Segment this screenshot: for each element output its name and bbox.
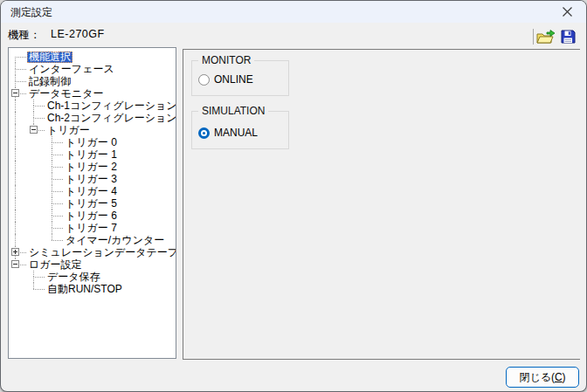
- tree-item[interactable]: Ch-2コンフィグレーション: [9, 112, 176, 124]
- tree-guide: [27, 136, 45, 148]
- tree-item[interactable]: タイマー/カウンター: [9, 234, 176, 246]
- manual-radio-row[interactable]: MANUAL: [198, 127, 258, 139]
- tree-guide: [9, 197, 27, 210]
- tree-item-label[interactable]: シミュレーションデータテーブル: [27, 247, 176, 258]
- tree-guide: [27, 112, 45, 124]
- tree-view[interactable]: 機能選択インターフェース記録制御データモニターCh-1コンフィグレーションCh-…: [8, 47, 176, 359]
- tree-item-label[interactable]: 記録制御: [27, 76, 73, 87]
- save-file-button[interactable]: [561, 30, 576, 44]
- tree-item[interactable]: トリガー 3: [9, 173, 176, 185]
- tree-item[interactable]: 自動RUN/STOP: [9, 283, 176, 295]
- tree-item[interactable]: 機能選択: [9, 51, 176, 63]
- tree-item[interactable]: インターフェース: [9, 63, 176, 75]
- dialog-title: 測定設定: [10, 5, 52, 20]
- tree-guide: [27, 124, 45, 136]
- tree-guide: [9, 51, 27, 63]
- tree-item-label[interactable]: インターフェース: [27, 64, 116, 75]
- tree-guide: [9, 210, 27, 222]
- tree-guide: [45, 197, 64, 210]
- tree-guide: [27, 283, 45, 295]
- tree-item-label[interactable]: Ch-2コンフィグレーション: [45, 113, 176, 124]
- tree-guide: [45, 234, 64, 246]
- tree-guide: [27, 222, 45, 234]
- tree-item-label[interactable]: トリガー 1: [64, 149, 119, 161]
- tree-expand-plus-icon[interactable]: [11, 248, 19, 256]
- manual-radio-label[interactable]: MANUAL: [214, 127, 258, 139]
- online-radio-row[interactable]: ONLINE: [198, 73, 253, 86]
- tree-guide: [27, 185, 45, 197]
- tree-guide: [9, 161, 27, 173]
- tree-item[interactable]: トリガー 2: [9, 161, 176, 173]
- tree-item[interactable]: トリガー 5: [9, 197, 176, 210]
- tree-guide: [9, 87, 27, 100]
- tree-guide: [27, 173, 45, 185]
- tree-item[interactable]: データ保存: [9, 271, 176, 283]
- tree-guide: [45, 161, 64, 173]
- monitor-group-label: MONITOR: [198, 54, 254, 66]
- tree-item[interactable]: シミュレーションデータテーブル: [9, 246, 176, 258]
- tree-item[interactable]: ロガー設定: [9, 258, 176, 271]
- tree-item-label[interactable]: データモニター: [27, 88, 105, 100]
- tree-item-label[interactable]: トリガー 2: [64, 162, 119, 173]
- online-radio-label[interactable]: ONLINE: [214, 73, 253, 86]
- close-icon: [562, 6, 573, 17]
- tree-item-label[interactable]: ロガー設定: [27, 259, 84, 271]
- tree-item-label[interactable]: トリガー: [45, 125, 92, 136]
- floppy-disk-icon: [561, 30, 576, 44]
- tree-item-label[interactable]: データ保存: [45, 272, 102, 283]
- tree-item-label[interactable]: 機能選択: [27, 52, 73, 63]
- tree-collapse-minus-icon[interactable]: [11, 260, 19, 268]
- tree-item[interactable]: データモニター: [9, 87, 176, 100]
- tree-item-label[interactable]: トリガー 6: [64, 210, 119, 222]
- tree-guide: [9, 283, 27, 295]
- model-label: 機種：: [8, 28, 41, 43]
- tree-item[interactable]: トリガー 1: [9, 148, 176, 161]
- simulation-group-label: SIMULATION: [198, 105, 268, 117]
- tree-guide: [27, 148, 45, 161]
- tree-item-label[interactable]: トリガー 3: [64, 174, 119, 185]
- close-window-button[interactable]: [553, 3, 581, 21]
- tree-guide: [27, 234, 45, 246]
- online-radio-button[interactable]: [198, 74, 210, 86]
- tree-guide: [9, 258, 27, 271]
- tree-item-label[interactable]: トリガー 4: [64, 186, 119, 197]
- tree-item[interactable]: トリガー 0: [9, 136, 176, 148]
- tree-guide: [45, 173, 64, 185]
- tree-item[interactable]: トリガー: [9, 124, 176, 136]
- toolbar-divider: [533, 29, 534, 45]
- tree-item[interactable]: トリガー 4: [9, 185, 176, 197]
- tree-item-label[interactable]: トリガー 0: [64, 137, 119, 148]
- tree-guide: [27, 271, 45, 283]
- open-folder-icon: [536, 29, 556, 45]
- close-dialog-button[interactable]: 閉じる(C): [506, 367, 579, 388]
- tree-item[interactable]: Ch-1コンフィグレーション: [9, 100, 176, 112]
- manual-radio-button[interactable]: [198, 127, 210, 139]
- tree-item-label[interactable]: トリガー 7: [64, 223, 119, 234]
- tree-guide: [9, 100, 27, 112]
- tree-guide: [27, 197, 45, 210]
- tree-guide: [45, 185, 64, 197]
- tree-item-label[interactable]: Ch-1コンフィグレーション: [45, 100, 176, 112]
- tree-guide: [9, 234, 27, 246]
- tree-item-label[interactable]: 自動RUN/STOP: [45, 284, 124, 295]
- tree-guide: [27, 210, 45, 222]
- tree-collapse-minus-icon[interactable]: [30, 126, 38, 134]
- tree-guide: [9, 173, 27, 185]
- tree-guide: [9, 271, 27, 283]
- tree-item[interactable]: トリガー 6: [9, 210, 176, 222]
- tree-guide: [45, 210, 64, 222]
- open-file-button[interactable]: [536, 29, 556, 45]
- tree-item-label[interactable]: トリガー 5: [64, 198, 119, 210]
- tree-guide: [9, 246, 27, 258]
- tree-guide: [9, 222, 27, 234]
- title-bar: 測定設定: [1, 1, 586, 23]
- tree-guide: [9, 112, 27, 124]
- tree-guide: [9, 124, 27, 136]
- tree-item[interactable]: トリガー 7: [9, 222, 176, 234]
- tree-guide: [9, 148, 27, 161]
- tree-guide: [45, 148, 64, 161]
- tree-guide: [9, 136, 27, 148]
- tree-item[interactable]: 記録制御: [9, 75, 176, 87]
- tree-collapse-minus-icon[interactable]: [11, 89, 19, 97]
- tree-item-label[interactable]: タイマー/カウンター: [64, 235, 166, 246]
